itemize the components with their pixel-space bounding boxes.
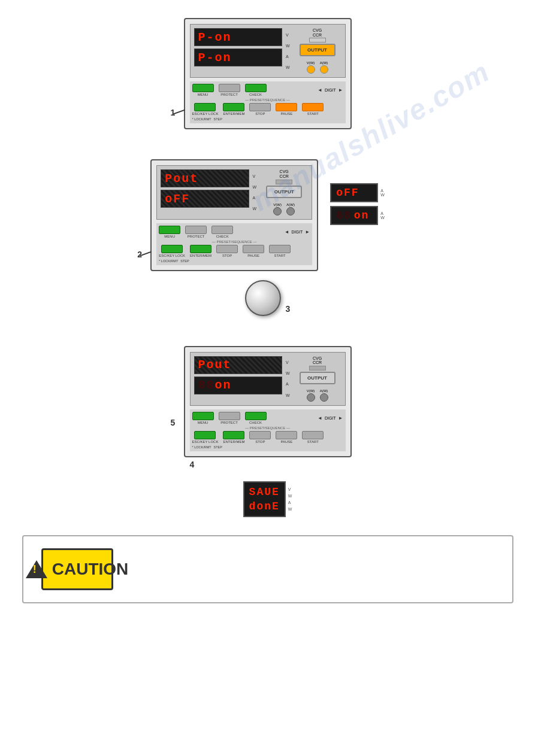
panel4-digit-area: ◄ DIGIT ► (318, 415, 343, 421)
cvg-indicator-4 (309, 366, 326, 371)
save-units: V W A W (288, 486, 292, 513)
cvg-indicator-2 (276, 180, 292, 184)
panel2-units: V W A W (253, 169, 257, 215)
panel1-check-btn[interactable] (245, 84, 267, 92)
panel2-display-right: CVG CCR OUTPUT V(W) (260, 169, 308, 215)
panel1-enter-btn[interactable] (223, 103, 244, 111)
panel4-digit-right[interactable]: ► (338, 415, 343, 421)
panel2-text-top: Pout (165, 172, 198, 186)
side-display-on: 88 on A W (330, 206, 385, 225)
panel1-indicators: V(W) A(W) (307, 61, 328, 74)
panel1-text-top: P-on (198, 31, 232, 44)
panel2-digit-right[interactable]: ► (305, 229, 310, 235)
panel4-text-bottom: on (215, 378, 232, 392)
panel1-protect-btn[interactable] (219, 84, 240, 92)
panel4-indicator-2 (320, 393, 328, 402)
panel4-menu-btn[interactable] (192, 412, 214, 420)
panel1-pause-btn[interactable] (276, 103, 297, 111)
panel2-enter-btn[interactable] (190, 245, 211, 253)
panel2-esc-btn[interactable] (161, 245, 183, 253)
panel2-container: Pout oFF V W A W (150, 159, 385, 271)
panel4-text-top: Pout (198, 358, 232, 372)
knob-container: 3 (150, 280, 385, 316)
panel2-btn-row2: ESC/KEY LOCK ENTER/MEM STOP (159, 245, 310, 257)
panel1-stop-btn[interactable] (249, 103, 271, 111)
mini-text-off: oFF (336, 187, 359, 199)
callout-5: 5 (171, 418, 176, 427)
panel1-cvg-area: CVG CCR (309, 28, 326, 42)
page-content: P-on P-on V W A W (0, 0, 535, 615)
caution-box: CAUTION (22, 535, 513, 603)
callout-3: 3 (286, 304, 291, 314)
save-display-container: SAUE donE V W A W (243, 481, 292, 517)
panel4-stop-btn[interactable] (249, 431, 271, 439)
panel1-wrapper: P-on P-on V W A W (184, 18, 352, 129)
panel4-units: V W A W (286, 356, 290, 402)
panel1-start-col: START (302, 103, 324, 116)
mini-text-prefix: 88 (336, 210, 352, 221)
panel4-cvg-area: CVG CCR (309, 356, 326, 371)
panel4-enter-btn[interactable] (223, 431, 244, 439)
panel4-check-btn[interactable] (245, 412, 267, 420)
panel2-digit-left[interactable]: ◄ (285, 229, 289, 235)
panel1-esc-col: ESC/KEY LOCK (192, 103, 219, 116)
panel1-display-right: CVG CCR OUTPUT V(W) (294, 28, 341, 74)
panel4-display-right: CVG CCR OUTPUT V(W) (294, 356, 341, 402)
panel1-display-row-bottom: P-on (194, 48, 282, 66)
panel4-display-row-bottom: 88 on (194, 377, 282, 394)
panel2-controls: MENU PROTECT CHECK (156, 223, 312, 265)
panel4-digit-left[interactable]: ◄ (318, 415, 322, 421)
panel2-output-btn[interactable]: OUTPUT (266, 186, 302, 198)
panel4-indicator-1 (307, 393, 315, 402)
panel4-display-left: Pout 88 on (194, 356, 282, 402)
panel2-check-btn[interactable] (211, 226, 233, 234)
panel2-indicator-2 (286, 207, 295, 215)
panel4: Pout 88 on V W A W (184, 346, 352, 457)
panel2-protect-btn[interactable] (185, 226, 207, 234)
save-row-1: SAUE (249, 485, 280, 499)
panel4-esc-btn[interactable] (194, 431, 216, 439)
panel1-menu-btn[interactable] (192, 84, 214, 92)
panel1-display-area: P-on P-on V W A W (190, 24, 346, 78)
panel2-indicator-1 (273, 207, 282, 215)
panel2-start-btn[interactable] (269, 245, 291, 253)
panel1-container: P-on P-on V W A W (184, 18, 352, 129)
panel4-display-row-top: Pout (194, 356, 282, 374)
panel4-start-btn[interactable] (302, 431, 324, 439)
save-row-2: donE (249, 499, 280, 514)
panel4-container: Pout 88 on V W A W (184, 346, 352, 457)
panel1-indicator-2 (320, 65, 328, 74)
panel4-controls: MENU PROTECT CHECK (190, 409, 346, 451)
knob[interactable] (245, 280, 281, 316)
panel1-controls: MENU PROTECT CHECK (190, 81, 346, 123)
panel2-wrapper: Pout oFF V W A W (150, 159, 385, 315)
caution-sign: CAUTION (41, 548, 113, 590)
panel4-output-btn[interactable]: OUTPUT (300, 372, 335, 384)
save-text-1: SAUE (249, 486, 280, 498)
panel1-output-btn[interactable]: OUTPUT (300, 44, 335, 56)
panel1-start-btn[interactable] (302, 103, 324, 111)
panel1-digit-right[interactable]: ► (338, 87, 343, 93)
panel2: Pout oFF V W A W (150, 159, 318, 271)
panel4-protect-btn[interactable] (219, 412, 240, 420)
callout-4: 4 (190, 460, 195, 469)
panel1-esc-btn[interactable] (194, 103, 216, 111)
panel4-btn-row1: MENU PROTECT CHECK (192, 412, 343, 424)
panel1-indicator-1 (307, 65, 315, 74)
caution-text: CAUTION (52, 560, 129, 579)
panel2-stop-btn[interactable] (216, 245, 238, 253)
panel2-indicators: V(W) A(W) (273, 203, 295, 215)
panel4-pause-btn[interactable] (276, 431, 297, 439)
panel1-stop-col: STOP (249, 103, 271, 116)
panel1-display-row-top: P-on (194, 28, 282, 46)
panel2-pause-btn[interactable] (243, 245, 264, 253)
panel2-digit-area: ◄ DIGIT ► (285, 229, 310, 235)
panel2-menu-btn[interactable] (159, 226, 180, 234)
mini-units-1: A W (380, 189, 385, 197)
panel1-btn-row2: ESC/KEY LOCK ENTER/MEM STOP (192, 103, 343, 116)
mini-units-2: A W (380, 211, 385, 220)
panel1-digit-left[interactable]: ◄ (318, 87, 322, 93)
mini-display-off: oFF (330, 183, 378, 202)
panel4-indicators: V(W) A(W) (307, 389, 328, 402)
mini-display-on: 88 on (330, 206, 378, 225)
